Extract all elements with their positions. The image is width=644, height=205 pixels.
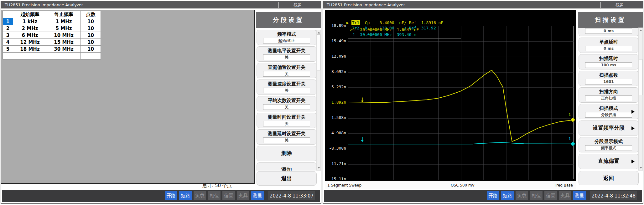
point-delay-value: 0 ms xyxy=(585,46,632,51)
point-delay-button[interactable]: 单点延时 0 ms xyxy=(579,38,639,53)
open-correction-button[interactable]: 开路 xyxy=(165,191,177,200)
row-number[interactable]: 3 xyxy=(3,32,13,39)
meas-delay-switch-value: 关 xyxy=(263,137,310,143)
cell-stop[interactable] xyxy=(47,53,81,59)
left-status-bar: 开路 短路 负载 相位 偏置 夹具 测量 2022-4-8 11:33:07 xyxy=(2,190,320,202)
average-switch-value: 关 xyxy=(263,104,310,110)
cell-stop[interactable]: 5 MHz xyxy=(47,25,81,32)
load-correction-button[interactable]: 负载 xyxy=(194,191,206,200)
window-segment-setup: TH2851 Precision Impedance Analyzer 截屏 起… xyxy=(1,1,321,204)
freq-mode-button[interactable]: 频率模式 起始/终止 xyxy=(257,30,317,45)
submenu-arrow-icon xyxy=(631,160,635,163)
scroll-up-icon[interactable] xyxy=(640,29,642,31)
cell-stop[interactable]: 30 MHz xyxy=(47,46,81,53)
measure-button[interactable]: 测量 xyxy=(573,191,586,200)
panel-scrollbar[interactable] xyxy=(638,28,643,171)
row-number[interactable]: 5 xyxy=(3,46,13,53)
scroll-down-icon[interactable] xyxy=(318,167,320,169)
sweep-points-button[interactable]: 扫描点数 1601 xyxy=(579,71,639,86)
marker1-tr2-readout: 1 30.000000 MHz 393.40 m xyxy=(350,32,416,37)
row-number[interactable]: 2 xyxy=(3,25,13,32)
cell-start[interactable]: 1 kHz xyxy=(13,18,47,25)
delete-button[interactable]: 删除 xyxy=(257,146,317,161)
sweep-mode-button[interactable]: 扫描模式 分段扫描 xyxy=(579,104,639,119)
table-row-empty xyxy=(3,53,101,59)
cell-points[interactable] xyxy=(81,53,101,59)
meas-delay-switch-button[interactable]: 测量延时设置开关 关 xyxy=(257,129,317,145)
add-button[interactable]: 添加 xyxy=(257,162,317,171)
scroll-up-icon[interactable] xyxy=(318,32,320,33)
marker-readout-box: >1 30.000000 MHz -1.6347 nF 1 30.000000 … xyxy=(348,26,461,38)
right-status-bar: 开路 短路 负载 相位 偏置 夹具 测量 2022-4-8 11:32:48 xyxy=(324,190,642,202)
panel-button-list: 0 ms 单点延时 0 ms 扫描延时 100 ms 扫描点数 1601 扫描方… xyxy=(579,28,639,171)
cell-start[interactable]: 18 MHz xyxy=(13,46,47,53)
scrollbar-thumb[interactable] xyxy=(639,59,642,95)
row-number-selected[interactable]: 1 xyxy=(3,18,13,25)
cell-points[interactable]: 10 xyxy=(81,39,101,46)
fixture-button[interactable]: 夹具 xyxy=(559,191,571,200)
screenshot-button[interactable]: 截屏 xyxy=(278,2,316,8)
measure-button[interactable]: 测量 xyxy=(251,191,264,200)
speed-switch-button[interactable]: 测量速度设置开关 关 xyxy=(257,79,317,95)
y-tick-label: -4.908n xyxy=(325,131,346,135)
table-header-row: 起始频率 终止频率 点数 xyxy=(3,11,101,18)
meas-time-switch-button[interactable]: 测量时间设置开关 关 xyxy=(257,113,317,128)
sweep-direction-button[interactable]: 扫描方向 正向扫描 xyxy=(579,87,639,103)
segment-table-area: 起始频率 终止频率 点数 1 1 kHz 1 MHz 10 2 2 MHz 5 … xyxy=(1,10,255,184)
y-tick-label: -8.308n xyxy=(325,146,346,151)
segment-table: 起始频率 终止频率 点数 1 1 kHz 1 MHz 10 2 2 MHz 5 … xyxy=(3,11,101,59)
dc-bias-switch-button[interactable]: 直流偏置设置开关 关 xyxy=(257,63,317,78)
plot-area: 11 >1 30.000000 MHz -1.6347 nF 1 30.0000… xyxy=(348,26,574,179)
plot-canvas: 11 xyxy=(348,26,574,180)
cell-start[interactable]: 2 MHz xyxy=(13,25,47,32)
sweep-delay-button[interactable]: 扫描延时 100 ms xyxy=(579,54,639,69)
phase-button[interactable]: 相位 xyxy=(530,191,543,200)
table-row: 2 2 MHz 5 MHz 10 xyxy=(3,25,101,32)
bias-button[interactable]: 偏置 xyxy=(222,191,235,200)
row-number[interactable]: 4 xyxy=(3,39,13,46)
table-row: 4 12 MHz 15 MHz 10 xyxy=(3,39,101,46)
level-switch-button[interactable]: 测量电平设置开关 关 xyxy=(257,46,317,62)
left-titlebar: TH2851 Precision Impedance Analyzer 截屏 xyxy=(1,1,321,9)
cell-points[interactable]: 10 xyxy=(81,25,101,32)
bias-button[interactable]: 偏置 xyxy=(544,191,557,200)
header-start-freq: 起始频率 xyxy=(13,11,47,18)
cell-start[interactable]: 12 MHz xyxy=(13,39,47,46)
short-correction-button[interactable]: 短路 xyxy=(501,191,514,200)
cell-points[interactable]: 10 xyxy=(81,32,101,39)
timestamp: 2022-4-8 11:32:48 xyxy=(590,191,637,200)
average-switch-button[interactable]: 平均次数设置开关 关 xyxy=(257,96,317,111)
chart-region: ▶Tr1 Cp 3.4000 nF/ Ref 1.8916 nF Tr2 D 1… xyxy=(325,10,576,181)
back-button[interactable]: 返回 xyxy=(579,171,639,185)
marker1-tr1-readout: >1 30.000000 MHz -1.6347 nF xyxy=(350,27,419,32)
scrollbar-thumb[interactable] xyxy=(317,34,320,70)
fixture-button[interactable]: 夹具 xyxy=(237,191,249,200)
cell-stop[interactable]: 15 MHz xyxy=(47,39,81,46)
segment-display-mode-button[interactable]: 分段显示模式 频率模式 xyxy=(579,137,639,152)
set-freq-segments-button[interactable]: 设置频率分段 xyxy=(579,120,639,136)
load-correction-button[interactable]: 负载 xyxy=(516,191,528,200)
x-axis-strip: 1 Segment Sweep OSC 500 mV Freq Base xyxy=(325,181,576,189)
cell-stop[interactable]: 1 MHz xyxy=(47,18,81,25)
cell-points[interactable]: 10 xyxy=(81,46,101,53)
sweep-direction-value: 正向扫描 xyxy=(585,95,632,101)
short-correction-button[interactable]: 短路 xyxy=(179,191,192,200)
cell-points[interactable]: 10 xyxy=(81,18,101,25)
open-correction-button[interactable]: 开路 xyxy=(487,191,499,200)
scrolled-partial-button[interactable]: 0 ms xyxy=(579,28,639,36)
row-number[interactable] xyxy=(3,53,13,59)
submenu-arrow-icon xyxy=(631,110,635,114)
cell-start[interactable] xyxy=(13,53,47,59)
scroll-down-icon[interactable] xyxy=(640,167,642,169)
table-row: 1 1 kHz 1 MHz 10 xyxy=(3,18,101,25)
window-sweep-view: TH2851 Precision Impedance Analyzer 截屏 ▶… xyxy=(323,1,643,204)
exit-button[interactable]: 退出 xyxy=(257,171,317,186)
screenshot-button[interactable]: 截屏 xyxy=(600,2,638,8)
y-tick-label: 18.89n xyxy=(325,23,346,28)
right-window-title: TH2851 Precision Impedance Analyzer xyxy=(327,3,405,7)
dc-bias-button[interactable]: 直流偏置 xyxy=(579,154,639,169)
cell-start[interactable]: 6 MHz xyxy=(13,32,47,39)
panel-scrollbar[interactable] xyxy=(316,30,321,171)
phase-button[interactable]: 相位 xyxy=(208,191,221,200)
cell-stop[interactable]: 10 MHz xyxy=(47,32,81,39)
